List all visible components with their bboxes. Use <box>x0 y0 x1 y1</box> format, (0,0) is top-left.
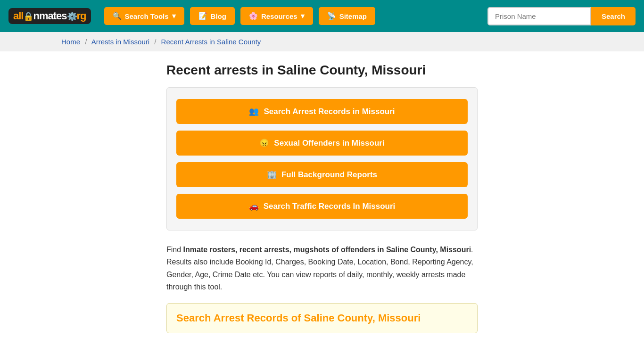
search-arrest-label: Search Arrest Records in Missouri <box>264 107 395 116</box>
sexual-offenders-button[interactable]: 😠 Sexual Offenders in Missouri <box>176 131 468 156</box>
search-records-section: Search Arrest Records of Saline County, … <box>166 303 478 333</box>
traffic-records-icon: 🚗 <box>249 201 259 211</box>
desc-bold: Inmate rosters, recent arrests, mugshots… <box>183 246 471 254</box>
traffic-records-button[interactable]: 🚗 Search Traffic Records In Missouri <box>176 194 468 219</box>
background-reports-button[interactable]: 🏢 Full Background Reports <box>176 162 468 187</box>
header-search-label: Search <box>602 12 625 20</box>
breadcrumb-sep-1: / <box>85 38 87 46</box>
sitemap-button[interactable]: 📡 Sitemap <box>319 7 375 25</box>
action-card: 👥 Search Arrest Records in Missouri 😠 Se… <box>166 87 478 230</box>
header-search-box: Search <box>487 7 636 25</box>
resources-chevron: ▾ <box>301 12 305 20</box>
background-reports-icon: 🏢 <box>267 170 277 180</box>
traffic-records-label: Search Traffic Records In Missouri <box>264 202 396 211</box>
breadcrumb-current: Recent Arrests in Saline County <box>161 38 261 46</box>
page-title: Recent arrests in Saline County, Missour… <box>166 63 478 78</box>
search-tools-chevron: ▾ <box>172 12 176 20</box>
search-arrest-icon: 👥 <box>249 107 259 116</box>
blog-label: Blog <box>211 12 226 20</box>
sitemap-label: Sitemap <box>339 12 367 20</box>
main-content: Recent arrests in Saline County, Missour… <box>105 51 539 333</box>
search-records-title: Search Arrest Records of Saline County, … <box>176 312 468 324</box>
logo-org: rg <box>77 10 86 22</box>
sitemap-icon: 📡 <box>327 12 336 20</box>
search-tools-button[interactable]: 🔍 Search Tools ▾ <box>104 7 184 25</box>
resources-button[interactable]: 🌸 Resources ▾ <box>240 7 313 25</box>
site-header: all🔒nmates⚙️rg 🔍 Search Tools ▾ 📝 Blog 🌸… <box>0 0 644 32</box>
desc-prefix: Find <box>166 246 183 254</box>
search-tools-label: Search Tools <box>125 12 169 20</box>
background-reports-label: Full Background Reports <box>281 170 377 180</box>
resources-label: Resources <box>261 12 297 20</box>
breadcrumb: Home / Arrests in Missouri / Recent Arre… <box>0 32 644 51</box>
blog-button[interactable]: 📝 Blog <box>190 7 235 25</box>
breadcrumb-arrests[interactable]: Arrests in Missouri <box>91 38 149 46</box>
description-text: Find Inmate rosters, recent arrests, mug… <box>166 244 478 294</box>
search-tools-icon: 🔍 <box>113 12 122 20</box>
header-search-button[interactable]: Search <box>591 7 636 25</box>
logo-inmates: nmates <box>33 10 66 22</box>
breadcrumb-sep-2: / <box>154 38 156 46</box>
sexual-offenders-icon: 😠 <box>259 138 269 148</box>
sexual-offenders-label: Sexual Offenders in Missouri <box>274 139 384 148</box>
resources-icon: 🌸 <box>249 12 258 20</box>
blog-icon: 📝 <box>198 12 207 20</box>
search-arrest-button[interactable]: 👥 Search Arrest Records in Missouri <box>176 99 468 124</box>
breadcrumb-home[interactable]: Home <box>61 38 80 46</box>
logo-all: all <box>13 10 23 22</box>
site-logo[interactable]: all🔒nmates⚙️rg <box>8 8 91 24</box>
prison-name-input[interactable] <box>487 7 591 25</box>
